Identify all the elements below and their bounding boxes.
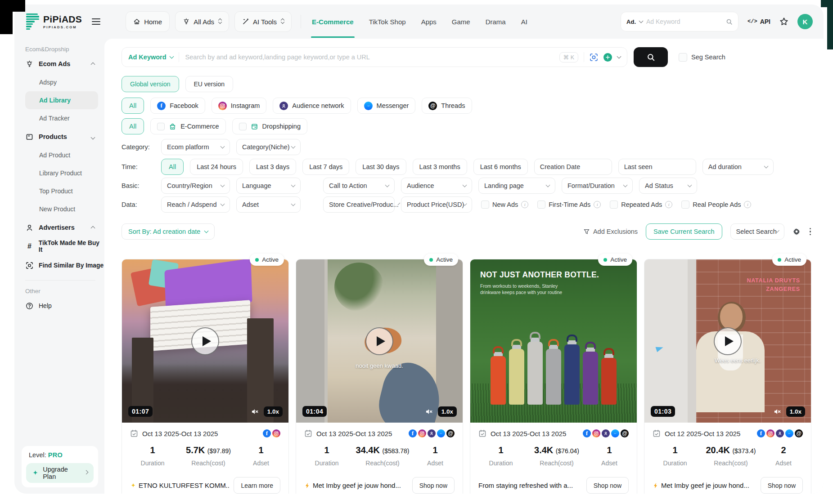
search-button[interactable]	[634, 47, 668, 67]
shop-now-button[interactable]: Shop now	[761, 477, 803, 494]
sidebar-item-ad-tracker[interactable]: Ad Tracker	[25, 109, 104, 127]
menu-toggle-icon[interactable]	[92, 18, 100, 25]
time-last-7-days[interactable]: Last 7 days	[302, 159, 349, 175]
tab-game[interactable]: Game	[452, 18, 470, 26]
type-e-commerce[interactable]: E-Commerce	[150, 118, 225, 134]
platform-instagram[interactable]: Instagram	[212, 98, 266, 114]
pipiads-logo[interactable]: PiPiADS PIPIADS.COM	[26, 13, 82, 30]
image-search-icon[interactable]	[590, 53, 598, 62]
ai-tools-button[interactable]: AI Tools	[234, 11, 292, 32]
user-avatar[interactable]: K	[797, 14, 813, 29]
time-last-3-days[interactable]: Last 3 days	[249, 159, 296, 175]
info-icon[interactable]	[521, 201, 528, 208]
shop-now-button[interactable]: Shop now	[412, 477, 455, 494]
ad-card[interactable]: Active NATALIA DRUYTS ZANGERES Wees eens…	[644, 259, 811, 494]
time-last-6-months[interactable]: Last 6 months	[473, 159, 528, 175]
real-people-ads-checkbox[interactable]	[681, 201, 689, 209]
ad-video-thumbnail[interactable]: NATALIA DRUYTS ZANGERES Wees eens eerlij…	[644, 259, 811, 423]
tab-ai[interactable]: AI	[521, 18, 527, 26]
upgrade-plan-button[interactable]: Upgrade Plan	[26, 463, 94, 483]
search-scope-dropdown[interactable]: Ad Keyword	[128, 54, 173, 61]
all-ads-button[interactable]: All Ads	[175, 11, 229, 32]
favorites-star-icon[interactable]	[779, 17, 788, 26]
time-last-30-days[interactable]: Last 30 days	[356, 159, 406, 175]
play-button[interactable]	[365, 327, 393, 355]
add-exclusions-button[interactable]: Add Exclusions	[583, 228, 638, 235]
search-icon[interactable]	[726, 18, 733, 25]
ad-card[interactable]: Active nooit geen kwaad. 01:04 1.0x Oct …	[296, 259, 463, 494]
save-current-search-button[interactable]: Save Current Search	[646, 223, 722, 240]
type-dropshipping[interactable]: Dropshipping	[232, 118, 307, 134]
first-time-ads-checkbox-row[interactable]: First-Time Ads	[537, 201, 601, 209]
sort-by-dropdown[interactable]: Sort By: Ad creation date	[122, 223, 215, 240]
dropshipping-checkbox[interactable]	[239, 123, 247, 130]
time-last-3-months[interactable]: Last 3 months	[413, 159, 467, 175]
sidebar-item-adspy[interactable]: Adspy	[25, 73, 104, 91]
playback-speed-badge[interactable]: 1.0x	[264, 406, 283, 417]
tab-e-commerce[interactable]: E-Commerce	[312, 18, 354, 26]
call-to-action-select[interactable]: Call to Action	[323, 178, 395, 194]
adset-select[interactable]: Adset	[236, 196, 301, 213]
repeated-ads-checkbox[interactable]	[610, 201, 618, 209]
tab-apps[interactable]: Apps	[421, 18, 437, 26]
ecom-platform-select[interactable]: Ecom platform	[161, 139, 230, 155]
chevron-down-icon[interactable]	[617, 54, 621, 59]
quick-search-placeholder[interactable]: Ad Keyword	[646, 18, 722, 25]
sidebar-group-products[interactable]: Products	[25, 127, 104, 146]
navbar-quick-search[interactable]: Ad. Ad Keyword	[621, 12, 738, 31]
sidebar-item-ad-library[interactable]: Ad Library	[25, 91, 98, 109]
settings-gear-icon[interactable]	[792, 227, 801, 236]
sidebar-item-help[interactable]: Help	[25, 296, 104, 315]
sidebar-item-ad-product[interactable]: Ad Product	[25, 146, 104, 164]
play-button[interactable]	[191, 327, 219, 355]
ad-card[interactable]: Active 01:07 1.0x Oct 13 2025-Oct 13 202…	[122, 259, 289, 494]
platform-all-button[interactable]: All	[122, 98, 144, 114]
seg-search-checkbox[interactable]	[679, 53, 687, 62]
last-seen-input[interactable]: Last seen	[618, 159, 696, 175]
sidebar-item-tiktok-made-me-buy-it[interactable]: # TikTok Made Me Buy It	[25, 237, 104, 256]
language-select[interactable]: Language	[236, 178, 301, 194]
sidebar-group-advertisers[interactable]: Advertisers	[25, 218, 104, 237]
platform-threads[interactable]: @ Threads	[422, 98, 472, 114]
sidebar-item-new-product[interactable]: New Product	[25, 200, 104, 218]
sidebar-item-library-product[interactable]: Library Product	[25, 164, 104, 182]
ad-status-select[interactable]: Ad Status	[639, 178, 697, 194]
sidebar-item-top-product[interactable]: Top Product	[25, 182, 104, 200]
repeated-ads-checkbox-row[interactable]: Repeated Ads	[610, 201, 672, 209]
creation-date-input[interactable]: Creation Date	[534, 159, 612, 175]
time-last-24-hours[interactable]: Last 24 hours	[190, 159, 243, 175]
learn-more-button[interactable]: Learn more	[234, 477, 280, 494]
quick-search-scope[interactable]: Ad.	[626, 18, 636, 25]
ad-duration-select[interactable]: Ad duration	[702, 159, 774, 175]
audience-select[interactable]: Audience	[401, 178, 472, 194]
product-price-select[interactable]: Product Price(USD)	[401, 196, 472, 213]
home-button[interactable]: Home	[126, 11, 170, 32]
reach-adspend-select[interactable]: Reach / Adspend	[161, 196, 230, 213]
muted-speaker-icon[interactable]	[251, 408, 259, 415]
sidebar-group-ecom-ads[interactable]: Ecom Ads	[25, 54, 104, 73]
global-version-button[interactable]: Global version	[122, 76, 179, 92]
tab-tiktok-shop[interactable]: TikTok Shop	[369, 18, 406, 26]
ad-card[interactable]: Active NOT JUST ANOTHER BOTTLE. From wor…	[470, 259, 637, 494]
tab-drama[interactable]: Drama	[486, 18, 506, 26]
info-icon[interactable]	[744, 201, 751, 208]
select-search-dropdown[interactable]: Select Search	[730, 223, 784, 240]
play-button[interactable]	[714, 327, 742, 355]
playback-speed-badge[interactable]: 1.0x	[438, 406, 457, 417]
store-creative-select[interactable]: Store Creative/Produc...	[323, 196, 395, 213]
api-button[interactable]: </> API	[747, 18, 770, 25]
more-options-icon[interactable]	[809, 227, 812, 236]
landing-page-select[interactable]: Landing page	[478, 178, 555, 194]
ad-image-thumbnail[interactable]: NOT JUST ANOTHER BOTTLE. From workouts t…	[470, 259, 637, 423]
ad-video-thumbnail[interactable]: nooit geen kwaad. 01:04 1.0x	[296, 259, 463, 423]
platform-facebook[interactable]: f Facebook	[150, 98, 205, 114]
type-all-button[interactable]: All	[122, 118, 144, 134]
first-time-ads-checkbox[interactable]	[537, 201, 545, 209]
muted-speaker-icon[interactable]	[774, 408, 781, 415]
real-people-ads-checkbox-row[interactable]: Real People Ads	[681, 201, 751, 209]
category-niche-select[interactable]: Category(Niche)	[236, 139, 301, 155]
playback-speed-badge[interactable]: 1.0x	[786, 406, 805, 417]
country-region-select[interactable]: Country/Region	[161, 178, 230, 194]
ad-video-thumbnail[interactable]: 01:07 1.0x	[122, 259, 288, 423]
eu-version-button[interactable]: EU version	[185, 76, 233, 92]
